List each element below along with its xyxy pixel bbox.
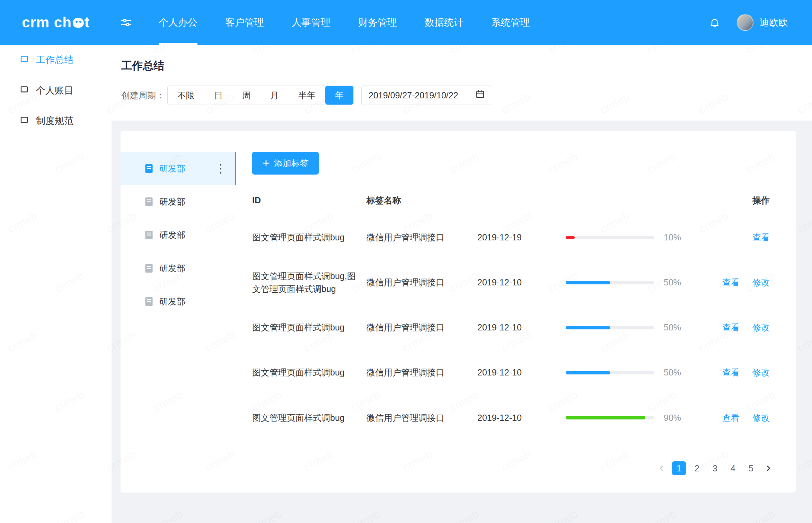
page-title: 工作总结 (121, 59, 812, 73)
pagination-page-5[interactable]: 5 (744, 461, 758, 475)
pagination-prev-icon[interactable] (655, 461, 668, 475)
department-label: 研发部 (159, 196, 185, 207)
view-link[interactable]: 查看 (722, 412, 740, 424)
tag-name: 微信用户管理调接口 (367, 322, 477, 333)
period-option-half-year[interactable]: 半年 (289, 86, 325, 105)
progress-percent: 50% (664, 367, 681, 378)
department-item[interactable]: 研发部 (121, 251, 236, 285)
left-sidebar: 工作总结 个人账目 制度规范 (0, 45, 112, 523)
department-item[interactable]: 研发部 (121, 185, 236, 218)
progress-cell: 50% (566, 367, 697, 378)
logo-chat-bubble-icon (73, 18, 84, 28)
department-item[interactable]: 研发部 ⋮ (121, 152, 236, 185)
user-name[interactable]: 迪欧欧 (760, 16, 788, 29)
view-link[interactable]: 查看 (722, 322, 740, 333)
period-option-year[interactable]: 年 (325, 86, 353, 105)
pagination: 1 2 3 4 5 (252, 461, 777, 475)
edit-link[interactable]: 修改 (752, 367, 770, 378)
period-option-week[interactable]: 周 (232, 86, 261, 105)
tag-date: 2019-12-10 (477, 277, 566, 287)
period-option-month[interactable]: 月 (261, 86, 289, 105)
logo-text-suffix: t (85, 14, 90, 31)
progress-bar (566, 371, 654, 374)
notification-bell-icon[interactable] (709, 17, 720, 28)
column-header-name: 标签名称 (367, 195, 477, 206)
view-link[interactable]: 查看 (752, 232, 770, 243)
nav-label: 数据统计 (425, 16, 464, 29)
department-label: 研发部 (159, 263, 185, 274)
actions-cell: 查看 修改 (697, 322, 777, 333)
table-header-row: ID 标签名称 操作 (252, 186, 777, 215)
progress-bar (566, 236, 654, 239)
table-row: 图文管理页面样式调bug 微信用户管理调接口 2019-12-19 10% 查看 (252, 215, 777, 260)
view-link[interactable]: 查看 (722, 367, 740, 378)
view-link[interactable]: 查看 (722, 277, 740, 288)
sidebar-item-rules[interactable]: 制度规范 (0, 106, 112, 136)
more-options-icon[interactable]: ⋮ (215, 162, 227, 174)
sidebar-item-label: 工作总结 (36, 54, 73, 66)
tag-date: 2019-12-10 (477, 322, 566, 333)
actions-cell: 查看 (697, 232, 777, 243)
content-card: 研发部 ⋮ 研发部 研发部 (121, 131, 796, 493)
department-item[interactable]: 研发部 (121, 285, 236, 318)
add-tag-button[interactable]: 添加标签 (252, 152, 319, 175)
period-option-day[interactable]: 日 (204, 86, 232, 105)
nav-label: 个人办公 (159, 16, 197, 29)
filter-row: 创建周期： 不限 日 周 月 半年 年 2019/09/27-2019/10/2… (121, 86, 812, 105)
personal-account-icon (20, 85, 28, 96)
edit-link[interactable]: 修改 (752, 412, 770, 424)
sidebar-item-label: 个人账目 (36, 84, 73, 97)
add-tag-label: 添加标签 (274, 158, 309, 169)
calendar-icon (475, 89, 485, 101)
task-id: 图文管理页面样式调bug (252, 231, 367, 243)
top-header: crm cht 个人办公 客户管理 人事管理 财务管理 数据统计 系统管理 迪欧… (0, 0, 812, 45)
progress-bar (566, 416, 654, 419)
progress-percent: 50% (664, 277, 681, 287)
department-label: 研发部 (159, 229, 185, 241)
table-row: 图文管理页面样式调bug 微信用户管理调接口 2019-12-10 90% 查看… (252, 395, 777, 440)
nav-label: 财务管理 (358, 16, 397, 29)
task-id: 图文管理页面样式调bug (252, 366, 367, 379)
actions-cell: 查看 修改 (697, 412, 777, 424)
sidebar-item-work-summary[interactable]: 工作总结 (0, 45, 112, 75)
nav-label: 客户管理 (225, 16, 264, 29)
nav-item-finance-mgmt[interactable]: 财务管理 (344, 0, 411, 45)
task-id: 图文管理页面样式调bug,图文管理页面样式调bug (252, 270, 367, 295)
pagination-page-1[interactable]: 1 (672, 461, 686, 475)
sidebar-item-label: 制度规范 (36, 115, 73, 127)
progress-bar (566, 281, 654, 284)
menu-collapse-icon[interactable] (120, 16, 132, 29)
progress-cell: 10% (566, 232, 697, 242)
action-divider (746, 323, 746, 332)
edit-link[interactable]: 修改 (752, 322, 770, 333)
main-nav: 个人办公 客户管理 人事管理 财务管理 数据统计 系统管理 (145, 0, 544, 45)
column-header-id: ID (252, 194, 367, 206)
progress-percent: 10% (664, 232, 681, 242)
pagination-page-2[interactable]: 2 (690, 461, 704, 475)
period-option-unlimited[interactable]: 不限 (168, 86, 204, 105)
app-logo: crm cht (0, 14, 112, 31)
document-icon (145, 197, 153, 206)
document-icon (145, 297, 153, 306)
nav-label: 系统管理 (491, 16, 530, 29)
progress-bar (566, 326, 654, 329)
nav-item-data-stats[interactable]: 数据统计 (411, 0, 477, 45)
tag-name: 微信用户管理调接口 (367, 232, 477, 243)
nav-item-hr-mgmt[interactable]: 人事管理 (278, 0, 344, 45)
edit-link[interactable]: 修改 (752, 277, 770, 288)
department-item[interactable]: 研发部 (121, 218, 236, 251)
actions-cell: 查看 修改 (697, 367, 777, 378)
pagination-page-4[interactable]: 4 (726, 461, 740, 475)
tag-date: 2019-12-10 (477, 413, 566, 423)
sidebar-item-personal-account[interactable]: 个人账目 (0, 75, 112, 106)
date-range-picker[interactable]: 2019/09/27-2019/10/22 (361, 86, 492, 105)
document-icon (145, 164, 153, 173)
pagination-page-3[interactable]: 3 (708, 461, 722, 475)
pagination-next-icon[interactable] (762, 461, 775, 475)
nav-item-system-mgmt[interactable]: 系统管理 (477, 0, 544, 45)
nav-item-personal-office[interactable]: 个人办公 (145, 0, 211, 45)
nav-item-customer-mgmt[interactable]: 客户管理 (211, 0, 278, 45)
work-summary-icon (20, 55, 28, 65)
page-header-panel: 工作总结 创建周期： 不限 日 周 月 半年 年 2019/09/27-2019… (112, 45, 812, 121)
user-avatar[interactable] (737, 14, 753, 31)
